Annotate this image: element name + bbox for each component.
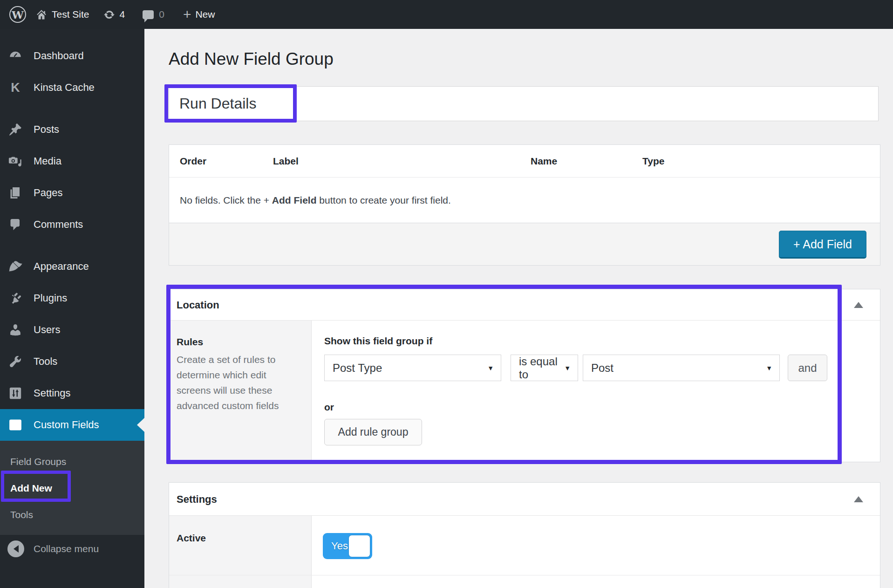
update-count: 4 <box>120 9 125 20</box>
sidebar-item-label: Tools <box>34 356 57 368</box>
wrench-icon <box>8 355 22 369</box>
settings-panel-header: Settings <box>169 483 880 516</box>
no-fields-message: No fields. Click the + Add Field button … <box>169 177 880 223</box>
home-icon <box>35 8 48 21</box>
new-content-menu[interactable]: + New <box>183 7 215 21</box>
submenu-item-add-new[interactable]: Add New <box>0 475 144 501</box>
wordpress-menu[interactable]: W <box>9 6 26 23</box>
collapse-menu-label: Collapse menu <box>34 543 99 554</box>
dashboard-gauge-icon <box>8 49 22 63</box>
settings-next-label-column <box>169 575 312 588</box>
column-header-order: Order <box>180 145 206 177</box>
add-rule-group-button[interactable]: Add rule group <box>324 419 422 445</box>
fields-table-header: Order Label Name Type <box>169 145 880 177</box>
sidebar-item-settings[interactable]: Settings <box>0 377 144 409</box>
sidebar-separator <box>0 240 144 251</box>
sidebar-item-label: Users <box>34 324 60 336</box>
fields-table-panel: Order Label Name Type No fields. Click t… <box>169 144 880 266</box>
fields-table-footer: + Add Field <box>169 223 880 265</box>
plug-icon <box>8 291 22 305</box>
new-label: New <box>195 9 215 20</box>
column-header-type: Type <box>642 145 664 177</box>
location-panel: Location Rules Create a set of rules to … <box>169 289 880 462</box>
sidebar-item-pages[interactable]: Pages <box>0 177 144 209</box>
settings-panel: Settings Active Yes <box>169 482 880 588</box>
location-rule-row: Post Type is equal to Post and <box>324 355 880 381</box>
sidebar-item-label: Pages <box>34 187 62 199</box>
sidebar-item-media[interactable]: Media <box>0 145 144 177</box>
column-header-label: Label <box>273 145 299 177</box>
custom-fields-table-icon <box>8 418 22 432</box>
location-rules-label-column: Rules Create a set of rules to determine… <box>169 321 312 462</box>
sidebar-item-label: Plugins <box>34 292 67 304</box>
location-panel-title: Location <box>177 289 219 321</box>
comments-link[interactable]: 0 <box>143 9 164 20</box>
page-title: Add New Field Group <box>169 49 334 69</box>
sidebar-item-kinsta-cache[interactable]: K Kinsta Cache <box>0 72 144 103</box>
plus-icon: + <box>183 7 191 21</box>
settings-active-label-column: Active <box>169 516 312 575</box>
sidebar-item-users[interactable]: Users <box>0 314 144 346</box>
add-field-button[interactable]: + Add Field <box>779 231 866 259</box>
kinsta-k-icon: K <box>8 81 22 95</box>
submenu-item-label: Add New <box>10 483 52 494</box>
active-toggle-switch[interactable]: Yes <box>323 533 372 559</box>
no-fields-text-bold: Add Field <box>272 195 317 206</box>
or-label: or <box>324 402 880 413</box>
media-camera-icon <box>8 154 22 168</box>
sidebar-item-plugins[interactable]: Plugins <box>0 282 144 314</box>
location-panel-header: Location <box>169 289 880 321</box>
pushpin-icon <box>8 123 22 137</box>
settings-sliders-icon <box>8 386 22 400</box>
submenu-item-tools[interactable]: Tools <box>0 501 144 528</box>
sidebar-item-label: Settings <box>34 387 71 399</box>
sidebar-item-comments[interactable]: Comments <box>0 209 144 240</box>
show-if-label: Show this field group if <box>324 335 880 347</box>
sidebar-item-label: Appearance <box>34 260 89 273</box>
no-fields-text-suffix: button to create your first field. <box>317 195 451 206</box>
comment-count: 0 <box>159 9 164 20</box>
sidebar-item-custom-fields[interactable]: Custom Fields <box>0 409 144 441</box>
sidebar-item-label: Posts <box>34 123 59 136</box>
admin-bar: W Test Site 4 0 + New <box>0 0 893 29</box>
rule-value-value: Post <box>591 362 614 375</box>
rule-param-value: Post Type <box>333 362 382 375</box>
collapse-panel-arrow-icon[interactable] <box>854 302 863 308</box>
active-label: Active <box>177 533 302 544</box>
submenu-item-label: Field Groups <box>10 456 66 467</box>
sidebar-item-tools[interactable]: Tools <box>0 346 144 377</box>
rule-operator-select[interactable]: is equal to <box>511 355 578 381</box>
site-name-label: Test Site <box>52 9 89 20</box>
site-name-link[interactable]: Test Site <box>35 8 89 21</box>
sidebar-item-posts[interactable]: Posts <box>0 114 144 145</box>
wordpress-logo-icon: W <box>9 6 26 23</box>
sidebar-item-label: Dashboard <box>34 50 84 62</box>
rule-param-select[interactable]: Post Type <box>324 355 501 381</box>
column-header-name: Name <box>531 145 557 177</box>
submenu-item-field-groups[interactable]: Field Groups <box>0 448 144 475</box>
sidebar-separator <box>0 103 144 114</box>
rules-label: Rules <box>177 336 302 348</box>
comment-bubble-icon <box>143 10 154 19</box>
sidebar-item-dashboard[interactable]: Dashboard <box>0 40 144 72</box>
toggle-knob <box>349 535 370 557</box>
comments-bubble-icon <box>8 218 22 232</box>
sidebar-item-label: Kinsta Cache <box>34 82 95 94</box>
pages-icon <box>8 186 22 200</box>
collapse-arrow-icon <box>7 540 24 557</box>
custom-fields-submenu: Field Groups Add New Tools <box>0 441 144 535</box>
sidebar-item-appearance[interactable]: Appearance <box>0 251 144 282</box>
settings-next-row <box>169 575 880 588</box>
no-fields-text-prefix: No fields. Click the + <box>180 195 272 206</box>
collapse-menu-button[interactable]: Collapse menu <box>0 535 144 563</box>
rules-description: Create a set of rules to determine which… <box>177 352 299 413</box>
wordpress-admin-screen: W Test Site 4 0 + New <box>0 0 893 588</box>
collapse-panel-arrow-icon[interactable] <box>854 496 863 502</box>
rule-value-select[interactable]: Post <box>583 355 780 381</box>
settings-panel-title: Settings <box>177 483 217 516</box>
field-group-title-input[interactable] <box>169 86 879 121</box>
toggle-yes-label: Yes <box>331 540 348 552</box>
settings-active-row: Active Yes <box>169 516 880 575</box>
updates-link[interactable]: 4 <box>103 9 125 21</box>
add-and-rule-button[interactable]: and <box>788 355 827 381</box>
